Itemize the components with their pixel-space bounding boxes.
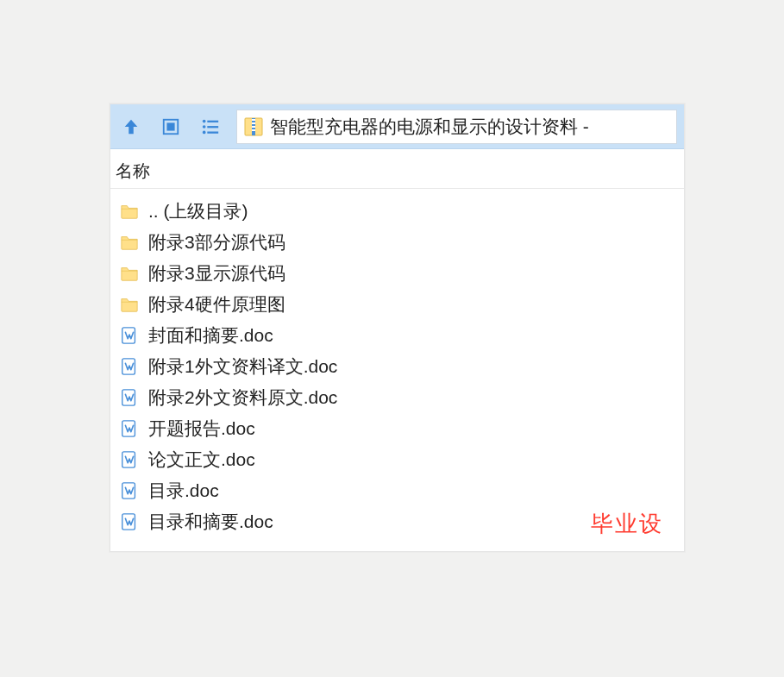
svg-point-6 xyxy=(203,130,206,134)
list-view-icon xyxy=(200,117,221,136)
list-item-label: 目录和摘要.doc xyxy=(148,510,273,534)
list-item[interactable]: 开题报告.doc xyxy=(114,413,681,444)
toolbar: 智能型充电器的电源和显示的设计资料 - xyxy=(110,104,684,149)
svg-rect-7 xyxy=(207,131,218,133)
list-item[interactable]: .. (上级目录) xyxy=(114,196,681,227)
doc-icon xyxy=(119,387,140,408)
icon-view-button[interactable] xyxy=(157,113,185,141)
doc-icon xyxy=(119,480,140,501)
column-header-name[interactable]: 名称 xyxy=(110,149,684,189)
svg-point-4 xyxy=(203,125,206,129)
list-item[interactable]: 附录3显示源代码 xyxy=(114,258,681,289)
list-item[interactable]: 附录3部分源代码 xyxy=(114,227,681,258)
folder-icon xyxy=(119,201,140,222)
list-item[interactable]: 附录2外文资料原文.doc xyxy=(114,382,681,413)
breadcrumb[interactable]: 智能型充电器的电源和显示的设计资料 - xyxy=(236,110,677,144)
list-item[interactable]: 附录4硬件原理图 xyxy=(114,289,681,320)
file-list: .. (上级目录)附录3部分源代码附录3显示源代码附录4硬件原理图封面和摘要.d… xyxy=(110,189,684,551)
breadcrumb-text: 智能型充电器的电源和显示的设计资料 - xyxy=(270,115,589,139)
list-item-label: .. (上级目录) xyxy=(148,199,248,223)
archive-icon xyxy=(244,116,263,137)
archive-window: 智能型充电器的电源和显示的设计资料 - 名称 .. (上级目录)附录3部分源代码… xyxy=(110,103,685,552)
svg-rect-10 xyxy=(252,119,255,121)
folder-icon xyxy=(119,232,140,253)
list-item-label: 附录3部分源代码 xyxy=(148,230,285,254)
list-item[interactable]: 封面和摘要.doc xyxy=(114,320,681,351)
folder-icon xyxy=(119,294,140,315)
list-view-button[interactable] xyxy=(197,113,224,141)
list-item[interactable]: 目录.doc xyxy=(114,475,681,506)
icon-view-icon xyxy=(161,117,180,136)
list-item-label: 附录4硬件原理图 xyxy=(148,292,285,317)
list-item[interactable]: 目录和摘要.doc xyxy=(114,506,681,537)
svg-rect-3 xyxy=(207,120,218,122)
up-arrow-icon xyxy=(122,117,141,136)
list-item-label: 封面和摘要.doc xyxy=(148,323,273,348)
svg-rect-13 xyxy=(252,129,255,131)
doc-icon xyxy=(119,356,140,377)
list-item[interactable]: 附录1外文资料译文.doc xyxy=(114,351,681,382)
svg-rect-12 xyxy=(252,126,255,128)
list-item-label: 附录3显示源代码 xyxy=(148,261,285,285)
folder-icon xyxy=(119,263,140,284)
list-item-label: 附录1外文资料译文.doc xyxy=(148,354,337,379)
list-item[interactable]: 论文正文.doc xyxy=(114,444,681,475)
list-item-label: 附录2外文资料原文.doc xyxy=(148,386,337,410)
doc-icon xyxy=(119,449,140,470)
list-item-label: 论文正文.doc xyxy=(148,448,255,472)
doc-icon xyxy=(119,325,140,346)
doc-icon xyxy=(119,511,140,532)
list-item-label: 目录.doc xyxy=(148,479,219,503)
doc-icon xyxy=(119,418,140,439)
svg-rect-1 xyxy=(166,122,174,130)
svg-rect-11 xyxy=(252,122,255,124)
svg-rect-5 xyxy=(207,126,218,128)
up-button[interactable] xyxy=(117,113,145,141)
svg-point-2 xyxy=(203,119,206,122)
list-item-label: 开题报告.doc xyxy=(148,417,255,441)
